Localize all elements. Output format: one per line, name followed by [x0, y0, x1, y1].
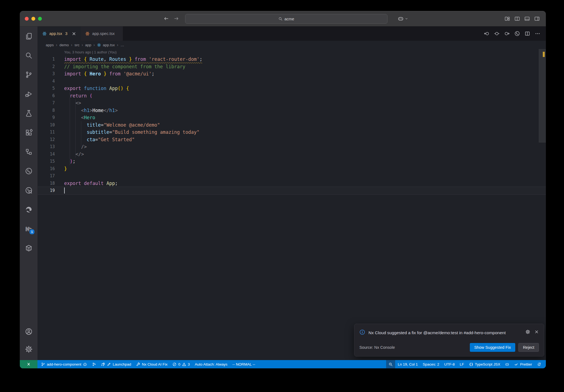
activity-item-containers[interactable]	[20, 238, 37, 258]
line-number[interactable]: 13	[38, 143, 55, 151]
line-number[interactable]: 5	[38, 85, 55, 92]
show-suggested-fix-button[interactable]: Show Suggested Fix	[470, 343, 515, 352]
line-number[interactable]: 10	[38, 121, 55, 129]
line-number[interactable]: 1	[38, 56, 55, 63]
activity-item-accounts[interactable]	[20, 323, 37, 340]
line-number[interactable]: 7	[38, 99, 55, 107]
copilot-menu-button[interactable]	[398, 16, 408, 22]
line-number[interactable]: 12	[38, 136, 55, 143]
forward-arrow-icon[interactable]	[174, 16, 179, 21]
scrollbar-thumb[interactable]	[539, 49, 546, 143]
activity-item-source-control[interactable]	[20, 65, 37, 84]
code-line[interactable]: 6 return (	[38, 92, 546, 100]
navigate-back-button[interactable]	[484, 31, 489, 36]
line-number[interactable]: 4	[38, 78, 55, 85]
line-number[interactable]: 11	[38, 129, 55, 136]
line-number[interactable]: 18	[38, 180, 55, 187]
line-number[interactable]: 14	[38, 151, 55, 158]
navigate-position-button[interactable]	[494, 31, 500, 36]
toggle-panel-button[interactable]	[524, 16, 530, 21]
activity-item-explorer[interactable]	[20, 26, 37, 46]
breadcrumb-item[interactable]: apps	[46, 43, 54, 47]
code-editor[interactable]: You, 3 hours ago | 1 author (You) 1impor…	[38, 49, 546, 360]
activity-item-run-debug[interactable]	[20, 84, 37, 104]
code-line[interactable]: 19	[38, 187, 546, 194]
breadcrumb-item[interactable]: src	[74, 43, 79, 47]
notification-settings-gear-icon[interactable]	[525, 330, 530, 334]
command-center-search[interactable]: acme	[185, 14, 387, 24]
code-line[interactable]: 5export function App() {	[38, 85, 546, 92]
activity-item-references[interactable]	[20, 142, 37, 161]
reject-button[interactable]: Reject	[518, 343, 539, 352]
breadcrumb-item[interactable]: demo	[59, 43, 69, 47]
code-line[interactable]: 16}	[38, 165, 546, 173]
breadcrumb-item[interactable]: app	[85, 43, 91, 47]
line-number[interactable]: 6	[38, 92, 55, 100]
activity-item-search[interactable]	[20, 46, 37, 65]
status-item-commit-graph[interactable]	[90, 360, 99, 368]
tab-close-icon[interactable]	[72, 31, 76, 36]
line-number[interactable]: 16	[38, 165, 55, 173]
tab-app-tsx[interactable]: app.tsx3	[38, 26, 81, 41]
code-line[interactable]: 3import { Hero } from '@acme/ui';	[38, 70, 546, 78]
code-line[interactable]: 8 <h1>Home</h1>	[38, 107, 546, 114]
status-item-vim-mode[interactable]: -- NORMAL --	[230, 360, 258, 368]
status-item-auto-attach[interactable]: Auto Attach: Always	[192, 360, 230, 368]
code-line[interactable]: 17	[38, 172, 546, 180]
split-columns-layout-button[interactable]	[514, 16, 520, 21]
activity-item-gitlens[interactable]	[20, 181, 37, 200]
close-window-button[interactable]	[25, 17, 29, 21]
line-number[interactable]: 19	[38, 187, 55, 194]
activity-item-edge-devtools[interactable]	[20, 200, 37, 219]
activity-item-source-control-graph[interactable]	[20, 161, 37, 181]
code-line[interactable]: 12 cta="Get Started"	[38, 136, 546, 143]
status-item-nx-cloud-ai-fix[interactable]: Nx Cloud AI Fix	[134, 360, 170, 368]
minimize-window-button[interactable]	[31, 17, 35, 21]
status-item-language-mode[interactable]: {}TypeScript JSX	[467, 360, 503, 368]
status-item-copilot-status[interactable]	[503, 360, 512, 368]
code-line[interactable]: 7 <>	[38, 99, 546, 107]
code-line[interactable]: 2// importing the component from the lib…	[38, 63, 546, 70]
navigate-forward-button[interactable]	[504, 31, 510, 36]
line-number[interactable]: 3	[38, 70, 55, 78]
customize-layout-button[interactable]	[505, 16, 510, 21]
activity-item-nx-console[interactable]: N>1	[20, 219, 37, 238]
code-line[interactable]: 1import { Route, Routes } from 'react-ro…	[38, 56, 546, 63]
activity-item-settings[interactable]	[20, 340, 37, 358]
line-number[interactable]: 17	[38, 172, 55, 180]
code-line[interactable]: 13 />	[38, 143, 546, 151]
more-actions-button[interactable]	[535, 31, 540, 36]
code-line[interactable]: 9 <Hero	[38, 114, 546, 121]
status-item-problems[interactable]: 03	[170, 360, 192, 368]
tab-app-spec-tsx[interactable]: app.spec.tsx	[81, 26, 123, 41]
code-line[interactable]: 10 title="Welcmoe @acme/demo"	[38, 121, 546, 129]
line-number[interactable]: 9	[38, 114, 55, 121]
code-line[interactable]: 14 </>	[38, 151, 546, 158]
activity-item-extensions[interactable]	[20, 123, 37, 142]
status-item-zoom-indicator[interactable]	[386, 360, 395, 368]
code-line[interactable]: 11 subtitle="Build something amazing tod…	[38, 129, 546, 136]
code-line[interactable]: 4	[38, 78, 546, 85]
remote-indicator[interactable]	[20, 360, 37, 368]
status-item-prettier[interactable]: Prettier	[512, 360, 535, 368]
toggle-secondary-sidebar-button[interactable]	[534, 16, 540, 21]
line-number[interactable]: 15	[38, 158, 55, 165]
status-item-encoding[interactable]: UTF-8	[442, 360, 457, 368]
line-number[interactable]: 2	[38, 63, 55, 70]
status-item-git-branch[interactable]: add-hero-component	[39, 360, 90, 368]
back-arrow-icon[interactable]	[164, 16, 169, 21]
status-item-gitlens-launchpad[interactable]: Launchpad	[99, 360, 134, 368]
status-item-eol[interactable]: LF	[457, 360, 467, 368]
status-item-cursor-position[interactable]: Ln 19, Col 1	[395, 360, 420, 368]
code-line[interactable]: 18export default App;	[38, 180, 546, 187]
code-line[interactable]: 15 );	[38, 158, 546, 165]
split-editor-button[interactable]	[525, 31, 530, 36]
status-item-indentation[interactable]: Spaces: 2	[420, 360, 442, 368]
breadcrumb-item[interactable]: …	[120, 43, 124, 47]
maximize-window-button[interactable]	[38, 17, 42, 21]
source-control-graph-action-button[interactable]	[514, 31, 520, 36]
activity-item-testing[interactable]	[20, 104, 37, 123]
status-item-notifications-bell[interactable]	[535, 360, 544, 368]
notification-close-icon[interactable]	[534, 330, 539, 334]
breadcrumb-item[interactable]: app.tsx	[97, 43, 115, 47]
